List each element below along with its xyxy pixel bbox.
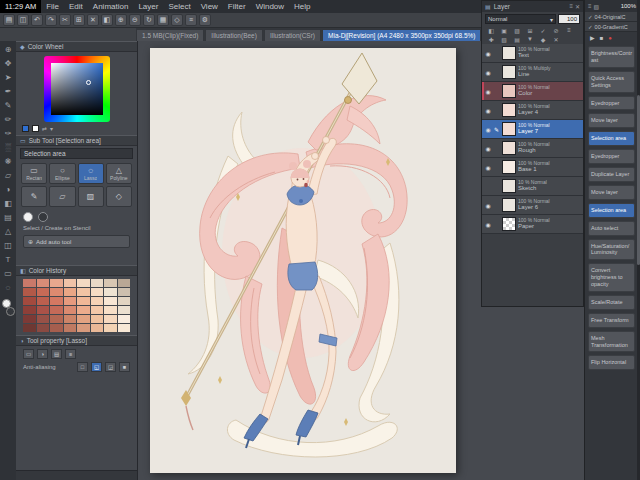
blend-icon[interactable]: ◧ bbox=[485, 27, 497, 34]
move-tool-icon[interactable]: ✥ bbox=[2, 58, 15, 70]
color-swatch[interactable] bbox=[23, 306, 36, 314]
color-swatch[interactable] bbox=[77, 306, 90, 314]
color-swatch[interactable] bbox=[118, 288, 131, 296]
color-swatch[interactable] bbox=[50, 279, 63, 287]
menu-item[interactable]: Window bbox=[251, 2, 289, 11]
pencil-tool-icon[interactable]: ✏ bbox=[2, 114, 15, 126]
color-swatch[interactable] bbox=[91, 279, 104, 287]
sub-color-circle[interactable] bbox=[38, 212, 48, 222]
layer-thumbnail[interactable] bbox=[502, 160, 516, 174]
paper-icon[interactable]: ▤ bbox=[511, 36, 523, 43]
color-swatch[interactable] bbox=[91, 324, 104, 332]
zoom-tool-icon[interactable]: ⊕ bbox=[2, 44, 15, 56]
color-swatch[interactable] bbox=[23, 279, 36, 287]
color-swatch[interactable] bbox=[118, 315, 131, 323]
layer-visibility-icon[interactable]: ◉ bbox=[484, 202, 492, 209]
layer-visibility-icon[interactable]: ◉ bbox=[484, 164, 492, 171]
polyline-select-icon[interactable]: △ Polyline bbox=[106, 163, 132, 184]
add-auto-tool-button[interactable]: ⊕ Add auto tool bbox=[23, 235, 130, 248]
eraser-tool-icon[interactable]: ▱ bbox=[2, 170, 15, 182]
color-swatch[interactable] bbox=[77, 288, 90, 296]
auto-action-item[interactable]: ✓ 00-GradientC bbox=[585, 22, 640, 32]
color-wheel[interactable] bbox=[44, 56, 110, 122]
layer-thumbnail[interactable] bbox=[502, 103, 516, 117]
frame-tool-icon[interactable]: ◫ bbox=[2, 240, 15, 252]
command-button[interactable]: Selection area bbox=[588, 131, 635, 146]
paste-icon[interactable]: ⊞ bbox=[73, 14, 85, 26]
operation-tool-icon[interactable]: ➤ bbox=[2, 72, 15, 84]
reference-icon[interactable]: ✓ bbox=[537, 27, 549, 34]
saturation-value-picker[interactable] bbox=[51, 63, 103, 115]
eyedropper-tool-icon[interactable]: ✒ bbox=[2, 86, 15, 98]
layer-thumbnail[interactable] bbox=[502, 84, 516, 98]
color-swatch[interactable] bbox=[104, 315, 117, 323]
antialias-middle-icon[interactable]: ◲ bbox=[105, 362, 116, 372]
color-swatch[interactable] bbox=[91, 297, 104, 305]
blend-tool-icon[interactable]: ◑ bbox=[2, 184, 15, 196]
menu-item[interactable]: Layer bbox=[133, 2, 163, 11]
command-button[interactable]: Convert brightness to opacity bbox=[588, 263, 635, 292]
color-swatch[interactable] bbox=[50, 315, 63, 323]
text-tool-icon[interactable]: T bbox=[2, 254, 15, 266]
antialias-strong-icon[interactable]: ■ bbox=[119, 362, 130, 372]
brush-tool-icon[interactable]: ✑ bbox=[2, 128, 15, 140]
zoom-in-icon[interactable]: ⊕ bbox=[115, 14, 127, 26]
snap-icon[interactable]: ◇ bbox=[171, 14, 183, 26]
color-swatch[interactable] bbox=[91, 306, 104, 314]
layer-visibility-icon[interactable]: ◉ bbox=[484, 107, 492, 114]
layer-thumbnail[interactable] bbox=[502, 122, 516, 136]
blend-mode-icon[interactable]: ◑ bbox=[37, 349, 48, 359]
gradient-tool-icon[interactable]: ▤ bbox=[2, 212, 15, 224]
lock-icon[interactable]: ▣ bbox=[498, 27, 510, 34]
color-swatch[interactable] bbox=[37, 324, 50, 332]
stencil-select-icon[interactable]: ▨ bbox=[78, 186, 104, 207]
color-swatch[interactable] bbox=[118, 306, 131, 314]
folder-icon[interactable]: ▧ bbox=[594, 3, 600, 10]
new-layer-icon[interactable]: ✚ bbox=[485, 36, 497, 43]
layer-visibility-icon[interactable]: ◉ bbox=[484, 88, 492, 95]
color-swatch[interactable] bbox=[37, 306, 50, 314]
color-swatch[interactable] bbox=[37, 297, 50, 305]
airbrush-tool-icon[interactable]: ░ bbox=[2, 142, 15, 154]
document-tab[interactable]: 1.5 MB(Clip)(Fixed) bbox=[136, 29, 204, 41]
sub-color-swatch[interactable] bbox=[6, 307, 15, 316]
command-button[interactable]: Selection area bbox=[588, 203, 635, 218]
document-tab[interactable]: Mia-Dj[Revision] (A4 2480 x 3500px 350dp… bbox=[322, 29, 481, 41]
settings-icon[interactable]: ⚙ bbox=[199, 14, 211, 26]
layer-row[interactable]: ◉ ✎ 100 % Normal Layer 7 bbox=[482, 120, 583, 139]
layer-visibility-icon[interactable]: ◉ bbox=[484, 69, 492, 76]
new-file-icon[interactable]: ▤ bbox=[3, 14, 15, 26]
auto-action-item[interactable]: ✓ 04-OriginalC bbox=[585, 12, 640, 22]
command-button[interactable]: Move layer bbox=[588, 113, 635, 128]
shrink-select-icon[interactable]: ◇ bbox=[106, 186, 132, 207]
color-swatch[interactable] bbox=[91, 288, 104, 296]
layer-thumbnail[interactable] bbox=[502, 65, 516, 79]
menu-item[interactable]: Select bbox=[163, 2, 195, 11]
erase-selection-icon[interactable]: ▱ bbox=[49, 186, 75, 207]
color-swatch[interactable] bbox=[23, 297, 36, 305]
list-mode-icon[interactable]: ≡ bbox=[65, 349, 76, 359]
delete-icon[interactable]: ✕ bbox=[87, 14, 99, 26]
current-color-swatch[interactable] bbox=[22, 125, 29, 132]
menu-item[interactable]: File bbox=[41, 2, 64, 11]
command-button[interactable]: Brightness/Contrast bbox=[588, 46, 635, 68]
selection-tool-icon[interactable]: ▭ bbox=[2, 268, 15, 280]
color-swatch[interactable] bbox=[64, 288, 77, 296]
document-tab[interactable]: Illustration(CSr) bbox=[264, 29, 321, 41]
menu-item[interactable]: Help bbox=[289, 2, 315, 11]
layer-opacity-field[interactable]: 100 bbox=[558, 14, 580, 24]
color-swatch[interactable] bbox=[50, 297, 63, 305]
layer-thumbnail[interactable] bbox=[502, 46, 516, 60]
ellipse-select-icon[interactable]: ○ Ellipse bbox=[49, 163, 75, 184]
color-swatch[interactable] bbox=[77, 315, 90, 323]
delete-layer-icon[interactable]: ✕ bbox=[550, 36, 562, 43]
cut-icon[interactable]: ✂ bbox=[59, 14, 71, 26]
color-swatch[interactable] bbox=[77, 279, 90, 287]
rectangle-select-icon[interactable]: ▭ Rectan bbox=[21, 163, 47, 184]
save-icon[interactable]: ◫ bbox=[17, 14, 29, 26]
scale-mode-icon[interactable]: ▤ bbox=[51, 349, 62, 359]
swap-colors-icon[interactable]: ⇄ bbox=[42, 125, 47, 132]
auto-select-tool-icon[interactable]: ◌ bbox=[2, 282, 15, 294]
play-icon[interactable]: ▶ bbox=[590, 34, 595, 41]
color-swatch[interactable] bbox=[77, 324, 90, 332]
